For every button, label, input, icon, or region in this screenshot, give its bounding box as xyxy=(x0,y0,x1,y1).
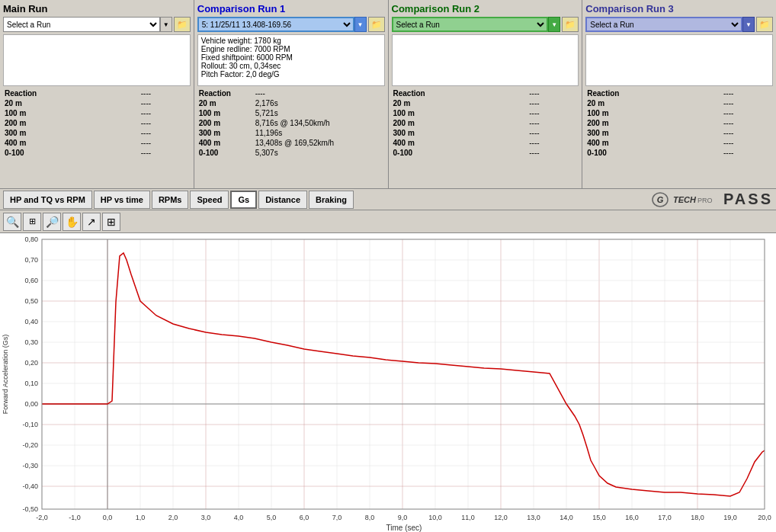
comp1-dropdown-btn[interactable]: ▼ xyxy=(354,17,367,32)
comp2-select[interactable]: Select a Run xyxy=(392,17,549,32)
svg-text:-2,0: -2,0 xyxy=(36,514,48,521)
chart-svg: 0,80 0,70 0,60 0,50 0,40 0,30 0,20 0,10 … xyxy=(0,233,776,532)
svg-text:0,80: 0,80 xyxy=(24,236,38,243)
svg-rect-4 xyxy=(0,233,776,532)
comp2-dropdown-btn[interactable]: ▼ xyxy=(548,17,560,32)
comp3-dropdown-btn[interactable]: ▼ xyxy=(742,17,755,32)
svg-text:14,0: 14,0 xyxy=(560,514,573,521)
tabs-bar: HP and TQ vs RPM HP vs time RPMs Speed G… xyxy=(0,189,776,210)
zoom-in-button[interactable]: 🔍 xyxy=(3,213,21,231)
comp3-select[interactable]: Select a Run xyxy=(585,17,742,32)
comp2-stats: Reaction---- 20 m---- 100 m---- 200 m---… xyxy=(392,88,579,158)
svg-text:G: G xyxy=(657,195,664,204)
comp3-folder-btn[interactable]: 📁 xyxy=(756,17,773,32)
svg-text:-0,40: -0,40 xyxy=(22,482,38,490)
svg-text:19,0: 19,0 xyxy=(723,514,737,521)
svg-text:0,60: 0,60 xyxy=(24,277,38,284)
svg-text:2,0: 2,0 xyxy=(168,514,178,521)
svg-text:Forward Acceleration (Gs): Forward Acceleration (Gs) xyxy=(2,335,9,415)
svg-text:11,0: 11,0 xyxy=(461,514,475,521)
tab-hp-time[interactable]: HP vs time xyxy=(94,191,150,209)
select-button[interactable]: ↗ xyxy=(82,213,101,231)
svg-text:0,00: 0,00 xyxy=(24,400,38,408)
comp1-title: Comparison Run 1 xyxy=(197,3,385,14)
svg-text:PRO: PRO xyxy=(697,197,713,204)
main-run-folder-btn[interactable]: 📁 xyxy=(174,17,191,32)
svg-text:7,0: 7,0 xyxy=(332,514,342,521)
svg-text:16,0: 16,0 xyxy=(625,514,639,521)
tab-distance[interactable]: Distance xyxy=(258,191,307,209)
comp3-title: Comparison Run 3 xyxy=(585,3,773,14)
comp2-panel: Comparison Run 2 Select a Run ▼ 📁 Reacti… xyxy=(389,0,583,188)
svg-text:-0,50: -0,50 xyxy=(22,505,38,513)
svg-text:0,40: 0,40 xyxy=(24,318,38,325)
svg-text:6,0: 6,0 xyxy=(300,514,309,521)
comp2-title: Comparison Run 2 xyxy=(392,3,579,14)
grid-button[interactable]: ⊞ xyxy=(102,213,120,231)
svg-text:-1,0: -1,0 xyxy=(69,514,81,521)
svg-text:0,50: 0,50 xyxy=(24,297,38,305)
main-run-panel: Main Run Select a Run ▼ 📁 Reaction---- 2… xyxy=(0,0,194,188)
main-run-info-box xyxy=(3,34,191,86)
svg-text:0,70: 0,70 xyxy=(24,256,38,264)
svg-text:17,0: 17,0 xyxy=(658,514,672,521)
svg-text:-0,10: -0,10 xyxy=(22,421,38,428)
tab-rpms[interactable]: RPMs xyxy=(152,191,189,209)
tab-speed[interactable]: Speed xyxy=(190,191,229,209)
comp1-panel: Comparison Run 1 5: 11/25/11 13.408-169.… xyxy=(194,0,389,188)
svg-text:0,0: 0,0 xyxy=(103,514,113,521)
gtech-logo: G TECH PRO xyxy=(652,191,720,208)
svg-text:13,0: 13,0 xyxy=(527,514,540,521)
main-run-select[interactable]: Select a Run xyxy=(3,17,160,32)
comp1-stats: Reaction---- 20 m2,176s 100 m5,721s 200 … xyxy=(197,88,385,158)
svg-text:3,0: 3,0 xyxy=(201,514,211,521)
toolbar: 🔍 ⊞ 🔎 ✋ ↗ ⊞ xyxy=(0,210,776,233)
tab-hp-tq[interactable]: HP and TQ vs RPM xyxy=(3,191,92,209)
svg-text:TECH: TECH xyxy=(673,195,697,204)
main-run-stats: Reaction---- 20 m---- 100 m---- 200 m---… xyxy=(3,88,191,158)
pass-label: PASS xyxy=(723,191,773,208)
svg-text:0,20: 0,20 xyxy=(24,359,38,367)
comp1-info-box: Vehicle weight: 1780 kg Engine redline: … xyxy=(197,34,385,86)
comp1-select[interactable]: 5: 11/25/11 13.408-169.56 xyxy=(197,17,354,32)
zoom-out-button[interactable]: 🔎 xyxy=(43,213,61,231)
svg-text:4,0: 4,0 xyxy=(234,514,244,521)
svg-text:-0,30: -0,30 xyxy=(22,462,38,470)
tab-gs[interactable]: Gs xyxy=(230,191,257,209)
main-run-title: Main Run xyxy=(3,3,191,14)
comp2-info-box xyxy=(392,34,579,86)
svg-text:-0,20: -0,20 xyxy=(22,441,38,449)
svg-text:Time (sec): Time (sec) xyxy=(386,524,422,532)
logo-area: G TECH PRO PASS xyxy=(652,191,773,208)
comp3-panel: Comparison Run 3 Select a Run ▼ 📁 Reacti… xyxy=(582,0,776,188)
zoom-region-button[interactable]: ⊞ xyxy=(23,213,41,231)
svg-text:9,0: 9,0 xyxy=(398,514,408,521)
svg-text:1,0: 1,0 xyxy=(136,514,146,521)
svg-text:20,0: 20,0 xyxy=(758,514,771,521)
svg-text:18,0: 18,0 xyxy=(691,514,704,521)
main-run-dropdown-btn[interactable]: ▼ xyxy=(160,17,172,32)
svg-text:5,0: 5,0 xyxy=(267,514,277,521)
svg-text:10,0: 10,0 xyxy=(428,514,442,521)
comp3-stats: Reaction---- 20 m---- 100 m---- 200 m---… xyxy=(585,88,773,158)
pan-button[interactable]: ✋ xyxy=(63,213,81,231)
svg-text:15,0: 15,0 xyxy=(592,514,606,521)
chart-area: 0,80 0,70 0,60 0,50 0,40 0,30 0,20 0,10 … xyxy=(0,233,776,532)
svg-text:0,30: 0,30 xyxy=(24,338,38,346)
comp3-info-box xyxy=(585,34,773,86)
svg-text:0,10: 0,10 xyxy=(24,380,38,387)
comp1-folder-btn[interactable]: 📁 xyxy=(368,17,385,32)
tab-braking[interactable]: Braking xyxy=(309,191,354,209)
comp2-folder-btn[interactable]: 📁 xyxy=(562,17,579,32)
svg-text:8,0: 8,0 xyxy=(365,514,375,521)
svg-text:12,0: 12,0 xyxy=(494,514,508,521)
